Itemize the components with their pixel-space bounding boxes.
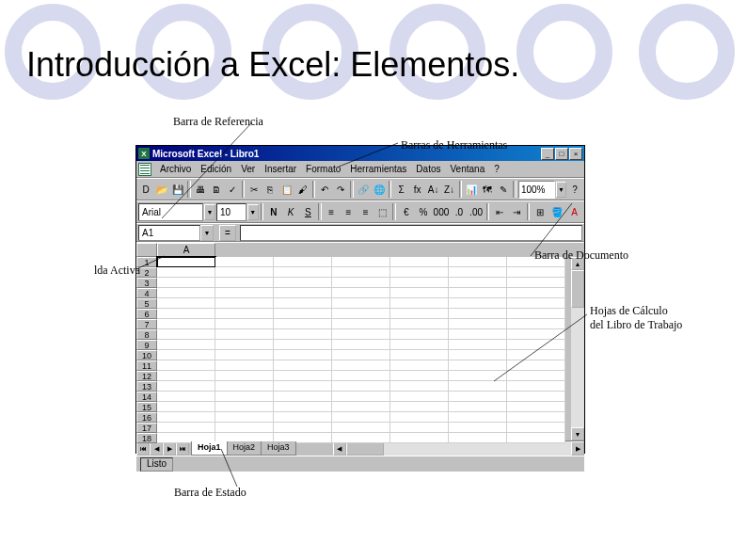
cell-D5[interactable]	[332, 298, 390, 309]
cell-B10[interactable]	[215, 350, 274, 360]
cell-B9[interactable]	[215, 340, 274, 350]
minimize-button[interactable]: _	[541, 148, 554, 160]
cell-F7[interactable]	[449, 319, 507, 329]
cell-A14[interactable]	[157, 392, 215, 402]
cell-G11[interactable]	[507, 360, 565, 371]
menu-edición[interactable]: Edición	[196, 163, 236, 175]
cell-G13[interactable]	[507, 381, 565, 392]
cell-A11[interactable]	[157, 360, 215, 371]
cell-D11[interactable]	[332, 360, 390, 371]
cell-F18[interactable]	[449, 433, 507, 443]
cell-C13[interactable]	[274, 381, 332, 392]
row-header-7[interactable]: 7	[136, 319, 157, 329]
underline-button[interactable]: S	[300, 203, 316, 221]
cell-D1[interactable]	[332, 257, 390, 267]
cell-C8[interactable]	[274, 329, 332, 340]
cell-D8[interactable]	[332, 329, 390, 340]
cell-B16[interactable]	[215, 412, 274, 423]
merge-center-button[interactable]: ⬚	[374, 203, 390, 221]
sheet-tab-hoja2[interactable]: Hoja2	[227, 441, 262, 456]
menu-insertar[interactable]: Insertar	[260, 163, 301, 175]
cell-F10[interactable]	[449, 350, 507, 360]
cell-E5[interactable]	[390, 298, 449, 309]
hyperlink-button[interactable]: 🔗	[356, 181, 371, 199]
menu-herramientas[interactable]: Herramientas	[345, 163, 411, 175]
drawing-button[interactable]: ✎	[496, 181, 511, 199]
cell-A17[interactable]	[157, 423, 215, 433]
new-button[interactable]: D	[138, 181, 153, 199]
print-button[interactable]: 🖶	[193, 181, 208, 199]
vertical-scroll-thumb[interactable]	[571, 270, 584, 308]
cell-G14[interactable]	[507, 392, 565, 402]
cell-D4[interactable]	[332, 288, 390, 298]
format-painter-button[interactable]: 🖌	[295, 181, 310, 199]
cell-E16[interactable]	[390, 412, 449, 423]
cell-D3[interactable]	[332, 278, 390, 288]
cell-F12[interactable]	[449, 371, 507, 381]
cell-F17[interactable]	[449, 423, 507, 433]
cell-G10[interactable]	[507, 350, 565, 360]
align-left-button[interactable]: ≡	[324, 203, 340, 221]
cell-E18[interactable]	[390, 433, 449, 443]
cell-G18[interactable]	[507, 433, 565, 443]
tab-nav-prev-icon[interactable]: ◀	[150, 441, 163, 456]
cell-F2[interactable]	[449, 267, 507, 278]
increase-indent-button[interactable]: ⇥	[509, 203, 525, 221]
cell-F13[interactable]	[449, 381, 507, 392]
cell-E13[interactable]	[390, 381, 449, 392]
cell-D14[interactable]	[332, 392, 390, 402]
spellcheck-button[interactable]: ✓	[225, 181, 240, 199]
tab-nav-first-icon[interactable]: ⏮	[136, 441, 150, 456]
cell-C14[interactable]	[274, 392, 332, 402]
paste-button[interactable]: 📋	[279, 181, 294, 199]
cell-E8[interactable]	[390, 329, 449, 340]
cell-A6[interactable]	[157, 309, 215, 319]
cell-A3[interactable]	[157, 278, 215, 288]
cell-A4[interactable]	[157, 288, 215, 298]
cell-G4[interactable]	[507, 288, 565, 298]
cell-E10[interactable]	[390, 350, 449, 360]
cell-G15[interactable]	[507, 402, 565, 412]
help-button[interactable]: ?	[567, 181, 582, 199]
cell-A1[interactable]	[157, 257, 215, 267]
row-header-15[interactable]: 15	[136, 402, 157, 412]
cell-D12[interactable]	[332, 371, 390, 381]
cell-A16[interactable]	[157, 412, 215, 423]
cell-C12[interactable]	[274, 371, 332, 381]
cell-F8[interactable]	[449, 329, 507, 340]
cell-E11[interactable]	[390, 360, 449, 371]
tab-nav-next-icon[interactable]: ▶	[163, 441, 176, 456]
cell-B13[interactable]	[215, 381, 274, 392]
cell-G3[interactable]	[507, 278, 565, 288]
cell-B2[interactable]	[215, 267, 274, 278]
font-color-button[interactable]: A	[566, 203, 582, 221]
decrease-indent-button[interactable]: ⇤	[491, 203, 507, 221]
cell-D9[interactable]	[332, 340, 390, 350]
cell-D17[interactable]	[332, 423, 390, 433]
cell-A9[interactable]	[157, 340, 215, 350]
cell-G9[interactable]	[507, 340, 565, 350]
undo-button[interactable]: ↶	[317, 181, 332, 199]
cell-E3[interactable]	[390, 278, 449, 288]
cell-C11[interactable]	[274, 360, 332, 371]
align-right-button[interactable]: ≡	[358, 203, 374, 221]
cell-F16[interactable]	[449, 412, 507, 423]
cell-F11[interactable]	[449, 360, 507, 371]
cell-D16[interactable]	[332, 412, 390, 423]
cell-E4[interactable]	[390, 288, 449, 298]
cell-E12[interactable]	[390, 371, 449, 381]
row-header-16[interactable]: 16	[136, 412, 157, 423]
close-button[interactable]: ×	[569, 148, 582, 160]
currency-button[interactable]: €	[398, 203, 414, 221]
cell-B7[interactable]	[215, 319, 274, 329]
cell-G6[interactable]	[507, 309, 565, 319]
zoom-dropdown-icon[interactable]: ▼	[556, 182, 566, 198]
cell-B12[interactable]	[215, 371, 274, 381]
cell-E9[interactable]	[390, 340, 449, 350]
cell-G8[interactable]	[507, 329, 565, 340]
horizontal-scroll-thumb[interactable]	[346, 441, 384, 456]
row-header-17[interactable]: 17	[136, 423, 157, 433]
menu-ver[interactable]: Ver	[236, 163, 260, 175]
cell-A12[interactable]	[157, 371, 215, 381]
cell-B11[interactable]	[215, 360, 274, 371]
